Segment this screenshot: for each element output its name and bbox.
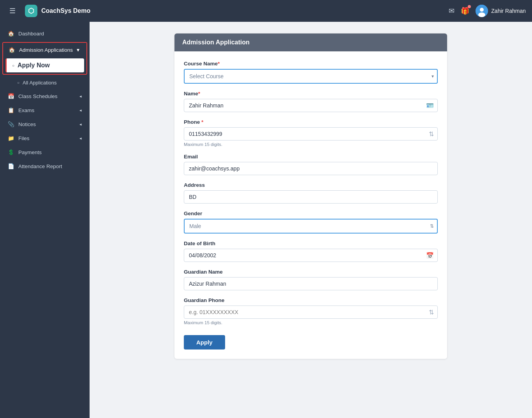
svg-point-2 — [478, 12, 485, 17]
class-schedules-label: Class Schedules — [18, 93, 58, 99]
phone-hint: Maximum 15 digits. — [184, 142, 438, 147]
sidebar: 🏠 Dashboard 🏠 Admission Applications ▾ ○… — [0, 22, 90, 418]
notice-icon: 📎 — [8, 121, 14, 127]
guardian-phone-hint: Maximum 15 digits. — [184, 320, 438, 325]
name-input-wrapper: 🪪 — [184, 99, 438, 112]
guardian-phone-label: Guardian Phone — [184, 297, 438, 303]
dob-input[interactable] — [184, 249, 438, 262]
dashboard-label: Dashboard — [18, 31, 44, 37]
notifications-icon[interactable]: ✉ — [449, 7, 454, 15]
dob-input-wrapper: 📅 — [184, 249, 438, 262]
brand: ⬡ CoachSys Demo — [25, 5, 449, 17]
sidebar-item-notices[interactable]: 📎 Notices ◂ — [0, 117, 90, 131]
payments-icon: 💲 — [8, 149, 14, 155]
files-label: Files — [18, 135, 30, 141]
circle-icon-all: ○ — [17, 81, 19, 85]
calendar-icon[interactable]: 📅 — [426, 252, 434, 259]
hamburger-button[interactable]: ☰ — [6, 5, 19, 17]
name-input[interactable] — [184, 99, 438, 112]
name-label: Name* — [184, 91, 438, 97]
course-name-label: Course Name* — [184, 61, 438, 67]
notification-badge — [468, 5, 471, 8]
apply-now-label: Apply Now — [18, 62, 50, 69]
sidebar-item-attendance-report[interactable]: 📄 Attendance Report — [0, 159, 90, 173]
guardian-name-group: Guardian Name — [184, 269, 438, 290]
circle-icon-apply: ○ — [12, 63, 14, 68]
main-content: Admission Application Course Name* Selec… — [90, 22, 532, 418]
phone-label: Phone * — [184, 119, 438, 125]
layout: 🏠 Dashboard 🏠 Admission Applications ▾ ○… — [0, 22, 532, 418]
app-name: CoachSys Demo — [41, 7, 90, 14]
chevron-left-notices-icon: ◂ — [79, 122, 82, 127]
address-input[interactable] — [184, 190, 438, 204]
person-icon: 🪪 — [426, 102, 434, 109]
payments-label: Payments — [18, 149, 42, 155]
guardian-name-label: Guardian Name — [184, 269, 438, 275]
user-name: Zahir Rahman — [491, 8, 526, 14]
chevron-left-schedules-icon: ◂ — [79, 94, 82, 99]
home-icon: 🏠 — [8, 30, 14, 37]
sidebar-item-dashboard[interactable]: 🏠 Dashboard — [0, 26, 90, 40]
phone-group: Phone * ⇅ Maximum 15 digits. — [184, 119, 438, 147]
email-group: Email — [184, 154, 438, 175]
chevron-left-files-icon: ◂ — [79, 136, 82, 141]
apply-button[interactable]: Apply — [184, 335, 225, 350]
sidebar-item-payments[interactable]: 💲 Payments — [0, 145, 90, 159]
sidebar-item-files[interactable]: 📁 Files ◂ — [0, 131, 90, 145]
form-title: Admission Application — [174, 33, 447, 51]
files-icon: 📁 — [8, 135, 14, 141]
admission-apps-label: Admission Applications — [19, 47, 73, 53]
sidebar-item-class-schedules[interactable]: 📅 Class Schedules ◂ — [0, 89, 90, 103]
admission-form-card: Admission Application Course Name* Selec… — [174, 33, 447, 359]
navbar-right: ✉ 🎁 Zahir Rahman — [449, 5, 526, 17]
phone-input[interactable] — [184, 127, 438, 141]
guardian-phone-input-wrapper: ⇅ — [184, 306, 438, 319]
guardian-spinner-icon: ⇅ — [429, 309, 434, 316]
course-select-wrapper: Select Course ▾ — [184, 69, 438, 84]
attendance-report-label: Attendance Report — [18, 163, 62, 169]
address-group: Address — [184, 182, 438, 204]
notices-label: Notices — [18, 121, 36, 127]
spinner-icon: ⇅ — [429, 130, 434, 138]
guardian-name-input[interactable] — [184, 277, 438, 290]
dob-group: Date of Birth 📅 — [184, 241, 438, 262]
attendance-icon: 📄 — [8, 163, 14, 169]
email-label: Email — [184, 154, 438, 160]
course-name-group: Course Name* Select Course ▾ — [184, 61, 438, 84]
sidebar-item-exams[interactable]: 📋 Exams ◂ — [0, 103, 90, 117]
svg-point-1 — [480, 8, 484, 12]
email-input[interactable] — [184, 162, 438, 175]
admission-icon: 🏠 — [9, 47, 15, 53]
phone-input-wrapper: ⇅ — [184, 127, 438, 141]
address-label: Address — [184, 182, 438, 188]
guardian-phone-group: Guardian Phone ⇅ Maximum 15 digits. — [184, 297, 438, 325]
sidebar-item-admission-apps[interactable]: 🏠 Admission Applications ▾ — [3, 43, 86, 57]
calendar-icon: 📅 — [8, 93, 14, 99]
gender-select[interactable]: Male Female Other — [184, 219, 438, 234]
exams-label: Exams — [18, 107, 34, 113]
avatar — [476, 5, 488, 17]
form-body: Course Name* Select Course ▾ Name* — [174, 51, 447, 359]
top-navbar: ☰ ⬡ CoachSys Demo ✉ 🎁 Zahir Rahman — [0, 0, 532, 22]
apply-button-wrapper: Apply — [184, 332, 438, 350]
course-select[interactable]: Select Course — [184, 69, 438, 84]
all-applications-label: All Applications — [23, 80, 56, 86]
user-menu[interactable]: Zahir Rahman — [476, 5, 526, 17]
sidebar-item-all-applications[interactable]: ○ All Applications — [0, 76, 90, 89]
gender-label: Gender — [184, 211, 438, 216]
sidebar-item-apply-now[interactable]: ○ Apply Now — [5, 58, 84, 72]
exam-icon: 📋 — [8, 107, 14, 113]
gender-select-wrapper: Male Female Other ⇅ — [184, 219, 438, 234]
gender-group: Gender Male Female Other ⇅ — [184, 211, 438, 234]
admission-apps-section: 🏠 Admission Applications ▾ ○ Apply Now — [2, 42, 87, 75]
chevron-left-exams-icon: ◂ — [79, 108, 82, 113]
guardian-phone-input[interactable] — [184, 306, 438, 319]
brand-icon: ⬡ — [25, 5, 37, 17]
gift-icon[interactable]: 🎁 — [461, 7, 469, 15]
name-group: Name* 🪪 — [184, 91, 438, 112]
dob-label: Date of Birth — [184, 241, 438, 246]
chevron-down-icon: ▾ — [77, 47, 79, 53]
